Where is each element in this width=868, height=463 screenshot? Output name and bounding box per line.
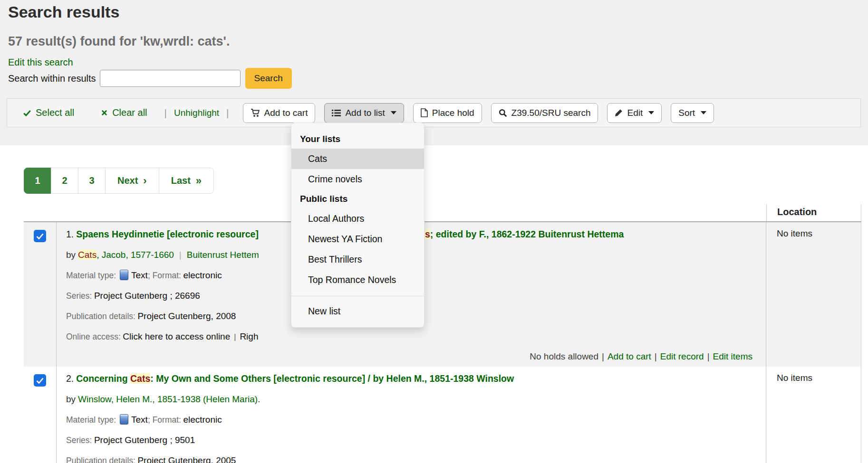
search-button[interactable]: Search [245,68,292,89]
publication-value: Project Gutenberg, 2008 [137,311,236,321]
search-within-label: Search within results [8,73,96,84]
x-icon [101,109,108,116]
menu-item-newest-ya-fiction[interactable]: Newest YA Fiction [291,229,424,249]
pagination: 1 2 3 Next › Last » [24,168,214,194]
material-type-value: Text [131,270,148,280]
checkbox-cell [24,367,56,463]
publication-label: Publication details: [66,456,135,463]
highlighted-search-term: Cats [130,373,150,384]
action-edit-record-link[interactable]: Edit record [660,351,704,361]
result-title-tail: s; edited by F., 1862-1922 Buitenrust He… [425,227,624,241]
page-title: Search results [8,3,119,21]
checkbox-column-header [24,204,56,221]
result-title-link[interactable]: Spaens Heydinnetie [electronic resource] [76,229,259,239]
select-all-label: Select all [36,107,74,118]
your-lists-header: Your lists [291,130,424,149]
highlighted-search-term: Cats [78,250,96,260]
result-checkbox-checked[interactable] [34,374,46,387]
unhighlight-link[interactable]: Unhighlight [174,108,219,118]
list-icon [332,109,341,117]
clear-all-link[interactable]: Clear all [101,107,147,118]
add-to-list-dropdown-menu: Your lists Cats Crime novels Public list… [291,123,424,328]
action-edit-items-link[interactable]: Edit items [713,351,752,361]
result-title-link-continued[interactable]: ; edited by F., 1862-1922 Buitenrust Het… [430,229,624,239]
toolbar-separator: | [164,107,167,119]
double-chevron-right-icon: » [196,175,202,187]
online-access-separator: | [234,333,236,341]
result-checkbox-checked[interactable] [34,230,46,242]
result-number: 1. [66,229,74,239]
pencil-icon [615,109,623,117]
author-separator: | [179,250,182,260]
location-column-header: Location [766,204,861,221]
sort-label: Sort [678,108,695,118]
book-icon [120,414,128,425]
by-prefix: by [66,250,76,260]
action-separator: | [655,351,657,361]
format-label: ; Format: [148,415,181,425]
last-label: Last [171,175,191,186]
menu-item-new-list[interactable]: New list [291,301,424,321]
results-toolbar: Select all Clear all | Unhighlight | Add… [7,98,861,127]
results-table: Location 1.Spaens Heydinnetie [electroni… [24,204,861,463]
action-add-to-cart-link[interactable]: Add to cart [608,351,651,361]
next-page-button[interactable]: Next › [105,168,159,194]
edit-button[interactable]: Edit [607,103,662,123]
result-description-cell: 2.Concerning Cats: My Own and Some Other… [56,367,766,463]
add-to-list-button[interactable]: Add to list [324,103,404,123]
page-button-3[interactable]: 3 [78,168,106,194]
place-hold-button[interactable]: Place hold [413,103,482,123]
menu-item-local-authors[interactable]: Local Authors [291,208,424,229]
location-cell: No items [766,367,861,463]
table-row: 1.Spaens Heydinnetie [electronic resourc… [24,222,861,367]
online-access-link[interactable]: Click here to access online [123,331,230,341]
place-hold-label: Place hold [432,108,474,118]
author-link[interactable]: , Jacob, 1577-1660 [96,250,174,260]
result-title-link[interactable]: Concerning [76,373,130,384]
clear-all-label: Clear all [112,107,147,118]
publication-value: Project Gutenberg, 2005 [137,455,236,463]
menu-item-crime-novels[interactable]: Crime novels [291,169,424,189]
checkmark-icon [36,233,44,239]
author-link[interactable]: Winslow, Helen M., 1851-1938 (Helen Mari… [78,394,258,404]
series-number: ; 9501 [167,435,195,445]
select-all-link[interactable]: Select all [23,107,74,118]
sort-button[interactable]: Sort [671,103,714,123]
menu-item-cats[interactable]: Cats [291,149,424,169]
series-link[interactable]: Project Gutenberg [94,291,167,301]
caret-down-icon [701,111,706,114]
menu-item-top-romance-novels[interactable]: Top Romance Novels [291,270,424,290]
secondary-author-link[interactable]: Buitenrust Hettem [187,250,259,260]
menu-divider [291,296,424,296]
author-suffix: . [258,394,260,404]
page-button-1-current[interactable]: 1 [24,168,51,194]
online-access-link-2[interactable]: Righ [240,331,258,341]
action-separator: | [707,351,710,361]
table-row: 2.Concerning Cats: My Own and Some Other… [24,367,861,463]
page-button-2[interactable]: 2 [51,168,78,194]
by-prefix: by [66,394,76,404]
z3950-search-label: Z39.50/SRU search [511,108,591,118]
check-icon [23,109,31,117]
series-label: Series: [66,435,92,445]
z3950-search-button[interactable]: Z39.50/SRU search [491,103,598,123]
checkbox-cell [24,222,56,367]
series-label: Series: [66,291,92,301]
format-value: electronic [183,415,222,425]
add-to-cart-button[interactable]: Add to cart [243,103,316,123]
book-icon [120,270,128,280]
next-label: Next [117,175,138,186]
series-link[interactable]: Project Gutenberg [94,435,167,445]
results-count: 57 result(s) found for 'kw,wrdl: cats'. [8,34,230,49]
menu-item-best-thrillers[interactable]: Best Thrillers [291,249,424,270]
publication-label: Publication details: [66,312,135,321]
last-page-button[interactable]: Last » [159,168,214,194]
search-results-page: Search results 57 result(s) found for 'k… [0,0,868,463]
publication-details-line: Publication details: Project Gutenberg, … [66,454,756,463]
search-within-input[interactable] [100,70,241,87]
material-type-line: Material type:Text; Format: electronic [66,413,756,427]
location-cell: No items [766,222,861,367]
caret-down-icon [648,111,654,114]
holds-status: No holds allowed [530,351,598,361]
result-title-link-continued[interactable]: : My Own and Some Others [electronic res… [150,373,514,384]
